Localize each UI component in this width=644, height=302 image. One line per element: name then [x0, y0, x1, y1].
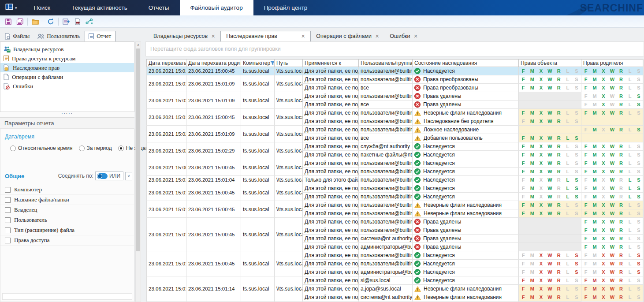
permission-letter-R: R — [617, 278, 625, 283]
cell-path: \\ts.sus.loca — [275, 109, 303, 126]
rights-cell: FMXWRLS — [581, 260, 644, 268]
column-header-Компьютер[interactable]: Компьютер — [241, 60, 275, 67]
permission-letter-R: R — [555, 211, 563, 216]
checkbox-Компьютер[interactable]: Компьютер — [0, 185, 134, 195]
column-header-Дата перехвата[interactable]: Дата перехвата — [147, 60, 186, 67]
close-icon[interactable]: ✕ — [375, 34, 379, 39]
relations-button[interactable] — [83, 16, 95, 27]
datetime-radio-group: Относительное времяЗа периодНе задано — [4, 143, 152, 160]
column-header-Права объекта[interactable]: Права объекта — [519, 60, 581, 67]
rights-cell: FMXWRLS — [581, 126, 644, 134]
close-icon[interactable]: ✕ — [414, 34, 418, 39]
checkbox-Пользователь[interactable]: Пользователь — [0, 215, 134, 225]
permission-letter-S: S — [634, 219, 643, 224]
table-row[interactable]: 23.06.2021 15:0123.06.2021 15:01:04ts.su… — [147, 176, 644, 184]
save-all-button[interactable] — [14, 16, 26, 27]
tree-item[interactable]: Владельцы ресурсов — [0, 45, 134, 54]
sidebar-tab-Отчет[interactable]: Отчет — [85, 31, 115, 41]
open-folder-button[interactable] — [30, 16, 41, 27]
column-header-Применяется к[interactable]: Применяется к — [303, 60, 359, 67]
permission-letter-W: W — [545, 202, 554, 208]
table-row[interactable]: 23.06.2021 15:0123.06.2021 15:01:09ts.su… — [147, 75, 644, 84]
permission-letter-W: W — [608, 144, 617, 149]
cell-inheritance-status: Права удалены — [413, 235, 519, 243]
datetime-section-label[interactable]: Дата/время — [0, 129, 134, 143]
warning-triangle-icon — [414, 127, 421, 133]
inheritance-icon — [3, 64, 10, 71]
export-report-button[interactable] — [60, 16, 72, 27]
join-or-toggle[interactable]: ИЛИ — [95, 172, 123, 180]
tree-item[interactable]: Права доступа к ресурсам — [0, 54, 134, 63]
sidebar-splitter[interactable]: ····· — [0, 112, 134, 117]
save-button[interactable] — [3, 16, 14, 27]
application-menu-button[interactable]: ▾ — [0, 0, 23, 15]
rights-cell: FMXWRLS — [581, 75, 644, 84]
sidebar-tab-Файлы[interactable]: Файлы — [1, 31, 34, 41]
menu-tab-Профайл центр[interactable]: Профайл центр — [253, 0, 318, 15]
permission-letter-S: S — [634, 186, 643, 191]
menu-tab-Отчеты[interactable]: Отчеты — [138, 0, 180, 15]
table-row[interactable]: 23.06.2021 15:0123.06.2021 15:00:45ts.su… — [147, 67, 644, 75]
permission-letter-W: W — [545, 169, 554, 174]
table-row[interactable]: 23.06.2021 15:0123.06.2021 15:00:45ts.su… — [147, 218, 644, 226]
tree-item[interactable]: Ошибки — [0, 82, 134, 91]
close-icon[interactable]: ✕ — [301, 34, 305, 39]
permission-letter-R: R — [617, 169, 625, 174]
table-row[interactable]: 23.06.2021 15:0223.06.2021 15:01:09ts.su… — [147, 92, 644, 101]
join-dropdown-button[interactable]: ∨ — [125, 172, 132, 180]
radio-За период[interactable]: За период — [79, 145, 112, 151]
checkbox-Права доступа[interactable]: Права доступа — [0, 235, 134, 246]
menu-tab-Текущая активность[interactable]: Текущая активность — [61, 0, 138, 15]
close-icon[interactable]: ✕ — [211, 34, 215, 39]
find-document-button[interactable] — [72, 16, 83, 27]
table-row[interactable]: 23.06.2021 15:0123.06.2021 15:00:45ts.su… — [147, 201, 644, 209]
table-row[interactable]: 23.06.2021 15:0023.06.2021 15:00:45ts.su… — [147, 159, 644, 168]
table-row[interactable]: 23.06.2021 15:0223.06.2021 15:01:09ts.su… — [147, 126, 644, 134]
column-header-Дата перехвата родител[interactable]: Дата перехвата родител — [186, 60, 241, 67]
inheritance-report-table: Дата перехватаДата перехвата родителКомп… — [146, 59, 644, 302]
tree-item[interactable]: Операции с файлами — [0, 72, 134, 82]
doc-tab-Ошибки[interactable]: Ошибки✕ — [384, 31, 423, 41]
doc-tab-Наследование прав[interactable]: Наследование прав✕ — [220, 31, 311, 41]
cell-date: 23.06.2021 15:01 — [147, 75, 186, 92]
radio-Относительное время[interactable]: Относительное время — [10, 145, 73, 151]
sidebar-tab-Пользователь[interactable]: Пользователь — [34, 31, 84, 41]
access-rights-icon — [3, 55, 9, 62]
cell-user-group: все — [359, 84, 413, 92]
general-section-label[interactable]: Общие — [5, 173, 24, 179]
checkbox-Владелец[interactable]: Владелец — [0, 205, 134, 215]
refresh-button[interactable] — [45, 16, 56, 27]
tree-item[interactable]: Наследование прав — [0, 63, 134, 72]
rights-cell: FMXWRLS — [581, 92, 644, 101]
cell-user-group: пользователи@builtin — [359, 209, 413, 218]
column-header-Права родителя[interactable]: Права родителя — [581, 60, 644, 67]
scrollbar-thumb[interactable] — [136, 48, 140, 251]
table-row[interactable]: 23.06.2021 15:0223.06.2021 15:02:29ts.su… — [147, 142, 644, 151]
app-menu-grid-icon — [5, 4, 13, 12]
permission-letter-L: L — [563, 261, 572, 266]
column-header-Состояние наследования[interactable]: Состояние наследования — [413, 60, 519, 67]
checkbox-Тип (расширение) файла[interactable]: Тип (расширение) файла — [0, 225, 134, 235]
permission-letter-W: W — [545, 211, 554, 216]
filter-icon[interactable] — [270, 61, 274, 65]
permission-letter-M: M — [528, 68, 536, 74]
column-header-Путь[interactable]: Путь — [275, 60, 303, 67]
table-row[interactable]: 23.06.2021 15:0123.06.2021 15:00:45ts.su… — [147, 109, 644, 117]
menu-tab-Файловый аудитор[interactable]: Файловый аудитор — [180, 0, 253, 15]
table-row[interactable]: 23.06.2021 15:0123.06.2021 15:00:45ts.su… — [147, 251, 644, 260]
radio-circle — [79, 145, 85, 151]
permission-letter-X: X — [536, 144, 545, 149]
groupby-dropzone[interactable]: Перетащите сюда заголовок поля для групп… — [145, 41, 644, 56]
table-row[interactable]: 23.06.2021 15:0123.06.2021 15:00:45ts.su… — [147, 184, 644, 193]
permission-letter-X: X — [599, 68, 608, 74]
doc-tab-Владельцы ресурсов[interactable]: Владельцы ресурсов✕ — [148, 31, 220, 41]
checkbox-Название файла/папки[interactable]: Название файла/папки — [0, 195, 134, 205]
table-row[interactable]: 23.06.2021 15:0123.06.2021 15:01:14ts.su… — [147, 276, 644, 285]
column-header-Пользователь/группа[interactable]: Пользователь/группа — [359, 60, 413, 67]
scroll-up-icon[interactable]: ∧ — [136, 42, 141, 48]
cell-path: \\ts.sus.loca — [275, 184, 303, 201]
menu-tab-Поиск[interactable]: Поиск — [23, 0, 61, 15]
doc-tab-Операции с файлами[interactable]: Операции с файлами✕ — [311, 31, 384, 41]
permission-letter-W: W — [608, 295, 617, 300]
sidebar-scrollbar[interactable]: ∧ — [135, 41, 141, 302]
